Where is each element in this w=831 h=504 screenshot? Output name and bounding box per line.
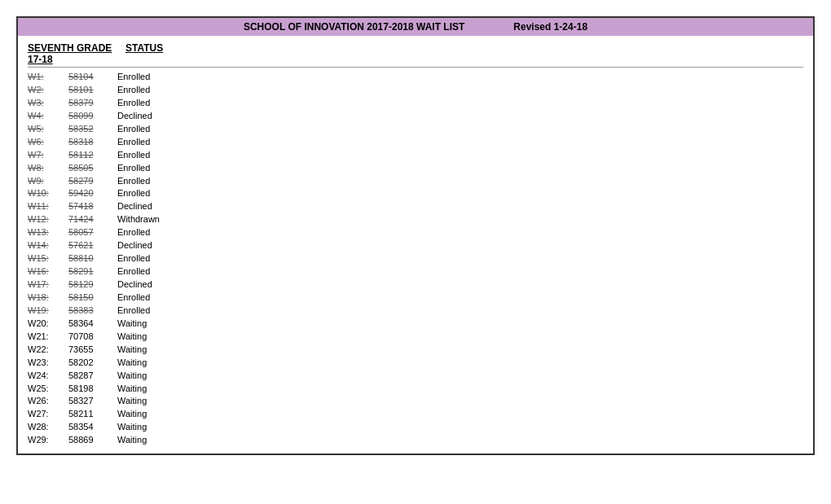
outer-container: SCHOOL OF INNOVATION 2017-2018 WAIT LIST… (16, 16, 815, 455)
cell-waitlist-num: W15: (28, 252, 68, 265)
cell-id: 58810 (68, 252, 117, 265)
table-row: W29:58869Waiting (28, 434, 803, 447)
cell-waitlist-num: W6: (28, 136, 68, 149)
cell-waitlist-num: W29: (28, 434, 68, 447)
cell-id: 58129 (68, 278, 117, 291)
cell-status: Enrolled (117, 305, 182, 318)
header-title: SCHOOL OF INNOVATION 2017-2018 WAIT LIST (244, 21, 464, 33)
cell-status: Enrolled (117, 97, 182, 110)
cell-status: Waiting (117, 434, 182, 447)
cell-id: 57621 (68, 239, 117, 252)
table-row: W24:58287Waiting (28, 370, 803, 383)
cell-status: Enrolled (117, 175, 182, 188)
table-row: W6:58318Enrolled (28, 136, 803, 149)
table-row: W8:58505Enrolled (28, 162, 803, 175)
cell-waitlist-num: W11: (28, 200, 68, 213)
cell-waitlist-num: W22: (28, 344, 68, 357)
table-row: W2:58101Enrolled (28, 84, 803, 97)
cell-waitlist-num: W17: (28, 278, 68, 291)
cell-status: Enrolled (117, 71, 182, 84)
cell-status: Enrolled (117, 291, 182, 305)
cell-id: 71424 (68, 213, 117, 226)
cell-status: Declined (117, 110, 182, 123)
cell-status: Waiting (117, 344, 182, 357)
cell-waitlist-num: W20: (28, 318, 68, 331)
cell-status: Enrolled (117, 162, 182, 175)
table-row: W21:70708Waiting (28, 331, 803, 344)
cell-status: Waiting (117, 383, 182, 396)
cell-status: Enrolled (117, 252, 182, 265)
cell-id: 58354 (68, 421, 117, 434)
table-row: W12:71424Withdrawn (28, 213, 803, 226)
table-row: W9:58279Enrolled (28, 175, 803, 188)
cell-waitlist-num: W28: (28, 421, 68, 434)
cell-waitlist-num: W24: (28, 370, 68, 383)
cell-id: 58869 (68, 434, 117, 447)
cell-waitlist-num: W4: (28, 110, 68, 123)
table-row: W10:59420Enrolled (28, 187, 803, 200)
table-row: W7:58112Enrolled (28, 149, 803, 162)
cell-waitlist-num: W5: (28, 123, 68, 136)
cell-id: 58112 (68, 149, 117, 162)
col-header-grade: SEVENTH GRADE 17-18 (28, 42, 125, 65)
cell-id: 58279 (68, 175, 117, 188)
table-row: W22:73655Waiting (28, 344, 803, 357)
cell-status: Waiting (117, 370, 182, 383)
cell-id: 58379 (68, 97, 117, 110)
cell-id: 58101 (68, 84, 117, 97)
cell-id: 58150 (68, 291, 117, 305)
table-row: W1:58104Enrolled (28, 71, 803, 84)
cell-id: 58057 (68, 226, 117, 239)
cell-id: 73655 (68, 344, 117, 357)
cell-status: Waiting (117, 318, 182, 331)
table-row: W18:58150Enrolled (28, 291, 803, 305)
cell-status: Waiting (117, 408, 182, 421)
cell-waitlist-num: W16: (28, 265, 68, 278)
cell-status: Declined (117, 278, 182, 291)
cell-status: Withdrawn (117, 213, 182, 226)
cell-waitlist-num: W27: (28, 408, 68, 421)
cell-waitlist-num: W12: (28, 213, 68, 226)
table-row: W4:58099Declined (28, 110, 803, 123)
cell-id: 58327 (68, 395, 117, 408)
cell-status: Declined (117, 239, 182, 252)
cell-waitlist-num: W8: (28, 162, 68, 175)
column-headers: SEVENTH GRADE 17-18 STATUS (28, 42, 803, 68)
cell-waitlist-num: W14: (28, 239, 68, 252)
table-row: W28:58354Waiting (28, 421, 803, 434)
cell-waitlist-num: W18: (28, 291, 68, 305)
cell-status: Enrolled (117, 84, 182, 97)
cell-status: Waiting (117, 357, 182, 370)
cell-status: Declined (117, 200, 182, 213)
cell-waitlist-num: W25: (28, 383, 68, 396)
table-row: W13:58057Enrolled (28, 226, 803, 239)
cell-id: 58318 (68, 136, 117, 149)
cell-waitlist-num: W21: (28, 331, 68, 344)
rows-container: W1:58104EnrolledW2:58101EnrolledW3:58379… (28, 71, 803, 447)
table-row: W25:58198Waiting (28, 383, 803, 396)
cell-status: Enrolled (117, 187, 182, 200)
table-row: W17:58129Declined (28, 278, 803, 291)
cell-status: Waiting (117, 331, 182, 344)
cell-id: 58291 (68, 265, 117, 278)
cell-waitlist-num: W23: (28, 357, 68, 370)
cell-waitlist-num: W13: (28, 226, 68, 239)
header-bar: SCHOOL OF INNOVATION 2017-2018 WAIT LIST… (18, 18, 813, 36)
col-header-status: STATUS (125, 42, 191, 65)
cell-status: Waiting (117, 395, 182, 408)
cell-status: Enrolled (117, 265, 182, 278)
cell-id: 58505 (68, 162, 117, 175)
table-row: W3:58379Enrolled (28, 97, 803, 110)
cell-id: 59420 (68, 187, 117, 200)
table-row: W23:58202Waiting (28, 357, 803, 370)
cell-id: 58099 (68, 110, 117, 123)
cell-id: 58364 (68, 318, 117, 331)
cell-id: 58198 (68, 383, 117, 396)
cell-id: 58104 (68, 71, 117, 84)
cell-waitlist-num: W7: (28, 149, 68, 162)
cell-id: 70708 (68, 331, 117, 344)
cell-waitlist-num: W19: (28, 305, 68, 318)
table-row: W19:58383Enrolled (28, 305, 803, 318)
table-row: W15:58810Enrolled (28, 252, 803, 265)
cell-waitlist-num: W2: (28, 84, 68, 97)
